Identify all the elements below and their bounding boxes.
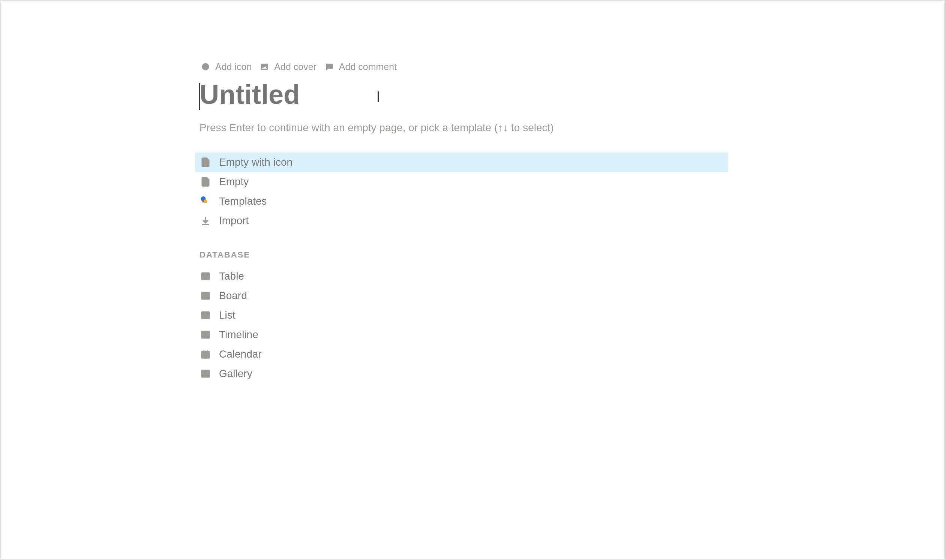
add-comment-label: Add comment — [339, 62, 397, 72]
template-templates[interactable]: Templates — [195, 192, 728, 211]
svg-rect-7 — [203, 372, 205, 374]
template-label: Empty with icon — [219, 156, 293, 168]
template-label: Timeline — [219, 329, 258, 341]
text-cursor-icon — [378, 91, 379, 102]
shapes-icon — [199, 195, 211, 207]
template-import[interactable]: Import — [195, 211, 728, 231]
template-label: List — [219, 309, 236, 321]
template-label: Templates — [219, 195, 267, 207]
add-cover-label: Add cover — [274, 62, 316, 72]
template-label: Gallery — [219, 368, 252, 380]
image-icon — [258, 61, 270, 73]
database-list[interactable]: List — [195, 306, 728, 325]
page-icon — [199, 176, 211, 188]
svg-rect-8 — [206, 372, 208, 374]
template-list: Empty with icon Empty Templates Import — [199, 152, 728, 231]
database-timeline[interactable]: Timeline — [195, 325, 728, 345]
page-title-input[interactable] — [199, 78, 728, 111]
database-list: Table Board List Timeline 31 Calendar — [199, 266, 728, 383]
svg-rect-10 — [206, 374, 208, 376]
add-icon-label: Add icon — [215, 62, 251, 72]
title-container — [199, 78, 728, 111]
database-section-label: DATABASE — [199, 250, 728, 260]
template-label: Table — [219, 270, 244, 282]
svg-rect-9 — [203, 374, 205, 376]
page-with-lines-icon — [199, 156, 211, 168]
timeline-icon — [199, 329, 211, 341]
board-icon — [199, 290, 211, 302]
template-label: Import — [219, 215, 249, 227]
table-icon — [199, 270, 211, 282]
database-calendar[interactable]: 31 Calendar — [195, 345, 728, 364]
svg-text:31: 31 — [203, 354, 207, 358]
database-board[interactable]: Board — [195, 286, 728, 306]
template-label: Board — [219, 290, 247, 302]
template-hint-text: Press Enter to continue with an empty pa… — [199, 122, 728, 134]
add-comment-button[interactable]: Add comment — [323, 61, 397, 73]
add-cover-button[interactable]: Add cover — [258, 61, 316, 73]
template-label: Calendar — [219, 348, 262, 360]
gallery-icon — [199, 368, 211, 380]
calendar-icon: 31 — [199, 348, 211, 360]
list-icon — [199, 309, 211, 321]
page-actions-toolbar: Add icon Add cover Add comment — [199, 61, 728, 73]
download-icon — [199, 215, 211, 227]
comment-icon — [323, 61, 335, 73]
template-empty[interactable]: Empty — [195, 172, 728, 192]
database-table[interactable]: Table — [195, 266, 728, 286]
template-label: Empty — [219, 176, 249, 188]
template-empty-with-icon[interactable]: Empty with icon — [195, 152, 728, 172]
svg-rect-0 — [202, 273, 210, 280]
add-icon-button[interactable]: Add icon — [199, 61, 251, 73]
page-content: Add icon Add cover Add comment Press Ent… — [199, 61, 728, 383]
emoji-icon — [199, 61, 211, 73]
database-gallery[interactable]: Gallery — [195, 364, 728, 383]
